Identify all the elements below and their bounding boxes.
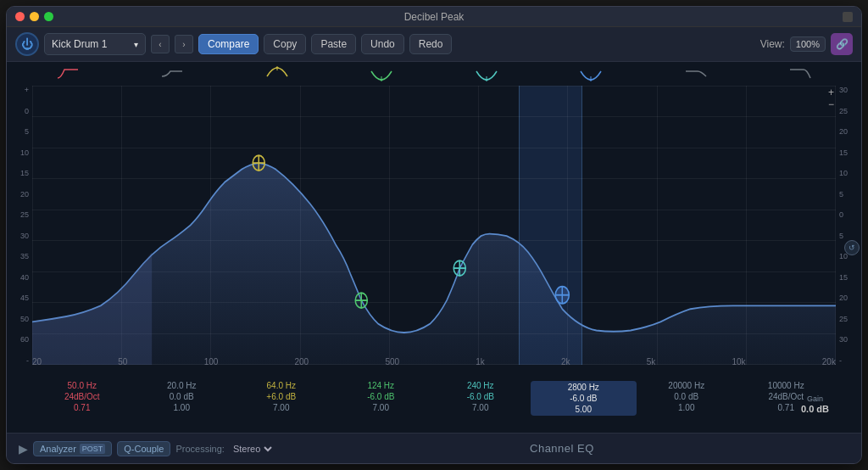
preset-dropdown[interactable]: Kick Drum 1 ▾	[44, 33, 146, 55]
band-6-handle[interactable]	[555, 287, 569, 304]
band-5-freq: 240 Hz	[467, 381, 494, 390]
power-button[interactable]: ⏻	[15, 32, 39, 56]
band-1-info: 50.0 Hz 24dB/Oct 0.71	[32, 381, 132, 416]
band-5-gain: -6.0 dB	[467, 392, 494, 401]
link-button[interactable]: 🔗	[831, 33, 853, 55]
freq-20: 20	[32, 357, 42, 366]
band-1-gain: 24dB/Oct	[64, 392, 100, 401]
paste-button[interactable]: Paste	[311, 34, 356, 54]
maximize-button[interactable]	[44, 12, 53, 21]
bottom-left-controls: ▶ Analyzer POST Q-Couple Processing: Ste…	[19, 441, 275, 456]
minimize-button[interactable]	[30, 12, 39, 21]
band-5-q: 7.00	[472, 403, 488, 412]
scale-minus-button[interactable]: −	[828, 99, 834, 109]
band-8-icon[interactable]	[748, 66, 854, 81]
redo-button[interactable]: Redo	[409, 34, 453, 54]
band-3-handle[interactable]	[253, 155, 264, 171]
band-7-icon[interactable]	[643, 66, 748, 81]
window-title: Decibel Peak	[404, 11, 465, 23]
undo-button[interactable]: Undo	[361, 34, 404, 54]
scale-plus-button[interactable]: +	[828, 87, 834, 98]
band-3-q: 7.00	[273, 403, 289, 412]
band-4-gain: -6.0 dB	[367, 392, 394, 401]
scale-plusminus: + −	[828, 87, 834, 109]
band-7-gain: 0.0 dB	[674, 392, 698, 401]
db-scale-left: + 0 5 10 15 20 25 30 35 40 45 50 60 -	[7, 86, 32, 365]
title-bar: Decibel Peak	[7, 7, 861, 27]
reset-circle-button[interactable]: ↺	[844, 240, 860, 255]
band-1-q: 0.71	[74, 403, 90, 412]
reset-icon: ↺	[849, 243, 855, 252]
preset-name: Kick Drum 1	[52, 38, 107, 50]
view-label: View:	[760, 38, 785, 50]
band-4-handle[interactable]	[355, 293, 367, 308]
bottom-bar: ▶ Analyzer POST Q-Couple Processing: Ste…	[7, 433, 861, 463]
close-button[interactable]	[15, 12, 25, 21]
band-4-icon[interactable]	[330, 66, 435, 81]
processing-label: Processing:	[175, 444, 224, 454]
copy-button[interactable]: Copy	[264, 34, 306, 54]
band-3-icon[interactable]	[225, 66, 330, 81]
svg-marker-1	[275, 66, 279, 68]
db-scale-right: 30 25 20 15 10 5 0 5 10 15 20 25 30 -	[836, 86, 861, 365]
band-4-q: 7.00	[373, 403, 389, 412]
power-icon: ⏻	[21, 37, 33, 51]
band-2-q: 1.00	[174, 403, 190, 412]
band-4-freq: 124 Hz	[367, 381, 394, 390]
band-8-freq: 10000 Hz	[768, 381, 804, 390]
chevron-right-icon: ›	[182, 40, 185, 49]
resize-button[interactable]	[843, 12, 853, 22]
band-6-icon[interactable]	[539, 66, 644, 81]
play-button[interactable]: ▶	[19, 442, 28, 456]
band-2-info: 20.0 Hz 0.0 dB 1.00	[132, 381, 232, 416]
gain-label: Gain	[807, 394, 823, 403]
band-7-q: 1.00	[678, 403, 694, 412]
freq-20k: 20k	[822, 357, 836, 366]
freq-2k: 2k	[561, 357, 570, 366]
freq-500: 500	[385, 357, 399, 366]
band-7-info: 20000 Hz 0.0 dB 1.00	[637, 381, 737, 416]
analyzer-button[interactable]: Analyzer POST	[33, 441, 112, 456]
dropdown-arrow-icon: ▾	[134, 40, 138, 49]
eq-grid[interactable]	[32, 86, 836, 365]
svg-marker-3	[380, 80, 383, 81]
view-section: View: 100% 🔗	[760, 33, 853, 55]
compare-button[interactable]: Compare	[198, 34, 259, 54]
band-icons-row	[7, 62, 861, 86]
band-5-icon[interactable]	[434, 66, 539, 81]
freq-100: 100	[204, 357, 219, 366]
band-1-icon[interactable]	[15, 66, 120, 81]
band-6-gain: -6.0 dB	[570, 394, 597, 403]
svg-marker-5	[485, 80, 488, 81]
band-4-info: 124 Hz -6.0 dB 7.00	[331, 381, 431, 416]
band-8-gain: 24dB/Oct	[768, 392, 804, 401]
band-8-q: 0.71	[778, 403, 794, 412]
main-window: Decibel Peak ⏻ Kick Drum 1 ▾ ‹ › Compare…	[6, 6, 862, 464]
band-2-freq: 20.0 Hz	[167, 381, 196, 390]
view-percent[interactable]: 100%	[790, 36, 826, 52]
nav-back-button[interactable]: ‹	[151, 35, 170, 53]
band-5-handle[interactable]	[453, 260, 465, 276]
freq-50: 50	[118, 357, 127, 366]
freq-5k: 5k	[647, 357, 656, 366]
band-3-info: 64.0 Hz +6.0 dB 7.00	[231, 381, 331, 416]
db-plus: +	[25, 86, 29, 94]
band-7-freq: 20000 Hz	[668, 381, 704, 390]
band-2-icon[interactable]	[120, 66, 225, 81]
svg-marker-7	[589, 80, 593, 81]
band-6-info: 2800 Hz -6.0 dB 5.00	[531, 381, 637, 416]
toolbar: ⏻ Kick Drum 1 ▾ ‹ › Compare Copy Paste U…	[7, 27, 861, 62]
nav-forward-button[interactable]: ›	[175, 35, 193, 53]
processing-select[interactable]: Stereo	[230, 443, 275, 455]
band-3-freq: 64.0 Hz	[267, 381, 296, 390]
eq-curve-svg[interactable]	[32, 86, 836, 365]
band-3-gain: +6.0 dB	[266, 392, 296, 401]
band-1-freq: 50.0 Hz	[68, 381, 97, 390]
link-icon: 🔗	[836, 38, 849, 50]
freq-1k: 1k	[476, 357, 485, 366]
band-6-freq: 2800 Hz	[568, 383, 599, 392]
band-6-q: 5.00	[576, 405, 592, 414]
q-couple-button[interactable]: Q-Couple	[117, 441, 170, 456]
post-badge: POST	[80, 444, 106, 454]
band-5-info: 240 Hz -6.0 dB 7.00	[431, 381, 531, 416]
